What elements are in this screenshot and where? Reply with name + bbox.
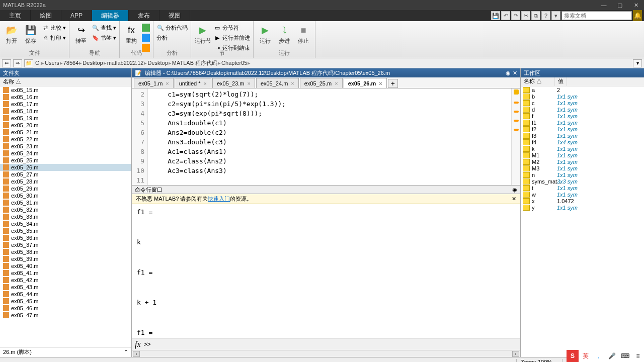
workspace-variable[interactable]: x1.0472	[521, 198, 644, 204]
file-item[interactable]: ex05_40.m	[0, 262, 131, 269]
run-section-button[interactable]: ▶运行节	[194, 22, 211, 45]
horizontal-scrollbar[interactable]: ‹ ›	[132, 350, 520, 357]
breadcrumb-segment[interactable]: Desktop	[147, 60, 168, 66]
editor-tab[interactable]: ex05_26.m×	[344, 78, 387, 88]
editor-restore-icon[interactable]: ◉	[506, 70, 511, 76]
workspace-variable[interactable]: t1x1 sym	[521, 185, 644, 191]
forward-button[interactable]: ⇒	[13, 59, 22, 67]
save-qa-icon[interactable]: 💾	[491, 11, 500, 20]
fx-icon[interactable]: fx	[135, 340, 141, 349]
compare-button[interactable]: ⇄比较 ▾	[41, 23, 66, 32]
workspace-variable[interactable]: k1x1 sym	[521, 145, 644, 152]
search-input[interactable]	[561, 11, 632, 20]
workspace-col-value[interactable]: 值	[555, 77, 567, 86]
quick-start-link[interactable]: 快速入门	[208, 196, 230, 202]
workspace-variable[interactable]: b1x1 sym	[521, 93, 644, 100]
file-item[interactable]: ex05_46.m	[0, 305, 131, 312]
file-item[interactable]: ex05_33.m	[0, 213, 131, 220]
tab-发布[interactable]: 发布	[129, 10, 159, 21]
file-item[interactable]: ex05_47.m	[0, 312, 131, 319]
section-break-button[interactable]: ▭分节符	[213, 23, 250, 32]
path-dropdown[interactable]: ▾	[633, 59, 642, 67]
file-item[interactable]: ex05_21.m	[0, 129, 131, 136]
workspace-col-name[interactable]: 名称 △	[521, 77, 555, 86]
file-item[interactable]: ex05_24.m	[0, 150, 131, 157]
step-button[interactable]: ⤵步进	[276, 22, 293, 45]
notification-bell-icon[interactable]: 🔔	[633, 10, 642, 21]
file-item[interactable]: ex05_18.m	[0, 108, 131, 115]
file-item[interactable]: ex05_38.m	[0, 248, 131, 255]
copy-qa-icon[interactable]: ⧉	[531, 11, 540, 20]
analyze-code-button[interactable]: 🔍分析代码	[156, 23, 188, 32]
status-zoom[interactable]: Zoom: 100%	[516, 359, 556, 363]
bookmark-button[interactable]: 🔖书签 ▾	[92, 33, 116, 42]
file-item[interactable]: ex05_37.m	[0, 241, 131, 248]
file-item[interactable]: ex05_20.m	[0, 122, 131, 129]
folder-name-header[interactable]: 名称 △	[0, 77, 131, 86]
file-item[interactable]: ex05_25.m	[0, 157, 131, 164]
analyze-button[interactable]: 分析	[156, 33, 188, 42]
tab-close-icon[interactable]: ×	[166, 80, 169, 86]
ime-logo-icon[interactable]: S	[567, 350, 579, 362]
refactor-button[interactable]: fx重构	[123, 22, 140, 45]
ime-keyboard-icon[interactable]: ⌨	[619, 350, 631, 362]
command-window-output[interactable]: f1 = k f1 = k + 1 f1 = k + 3^(1/2)	[132, 204, 520, 338]
workspace-variable[interactable]: f1x1 sym	[521, 113, 644, 119]
breadcrumb-segment[interactable]: Chapter05	[221, 60, 247, 66]
file-item[interactable]: ex05_15.m	[0, 86, 131, 94]
cut-qa-icon[interactable]: ✂	[521, 11, 530, 20]
workspace-variable[interactable]: a2	[521, 86, 644, 93]
warning-marker-icon[interactable]	[514, 111, 519, 113]
file-item[interactable]: ex05_34.m	[0, 220, 131, 227]
save-button[interactable]: 💾保存	[22, 22, 39, 45]
file-item[interactable]: ex05_23.m	[0, 143, 131, 150]
editor-tab[interactable]: ex05_1.m×	[134, 78, 174, 88]
workspace-variable[interactable]: f31x1 sym	[521, 132, 644, 139]
breadcrumb-segment[interactable]: 78564	[63, 60, 79, 66]
file-item[interactable]: ex05_30.m	[0, 192, 131, 199]
workspace-variable[interactable]: n1x1 sym	[521, 171, 644, 178]
ime-punct-icon[interactable]: ，	[593, 350, 605, 362]
undo-qa-icon[interactable]: ↶	[501, 11, 510, 20]
more-qa-icon[interactable]: ▾	[551, 11, 560, 20]
file-item[interactable]: ex05_39.m	[0, 255, 131, 262]
code-tool1[interactable]	[142, 23, 150, 32]
breadcrumb-segment[interactable]: Desktop	[83, 60, 103, 66]
workspace-variable[interactable]: M21x1 sym	[521, 158, 644, 165]
cmd-options-icon[interactable]: ◉	[512, 187, 517, 193]
editor-tab[interactable]: ex05_23.m×	[212, 78, 255, 88]
ime-lang-button[interactable]: 英	[580, 350, 592, 362]
breadcrumb-segment[interactable]: matlab2022.12	[107, 60, 144, 66]
close-icon[interactable]: ✕	[631, 2, 641, 9]
workspace-variable[interactable]: M31x1 sym	[521, 165, 644, 171]
preview-chevron-icon[interactable]: ⌃	[124, 349, 128, 355]
workspace-variable[interactable]: y1x1 sym	[521, 204, 644, 211]
tab-编辑器[interactable]: 编辑器	[92, 10, 129, 21]
tab-APP[interactable]: APP	[61, 10, 92, 21]
warning-marker-icon[interactable]	[514, 102, 519, 104]
stop-button[interactable]: ■停止	[295, 22, 312, 45]
warning-marker-icon[interactable]	[514, 89, 519, 95]
workspace-variable[interactable]: f11x1 sym	[521, 119, 644, 126]
file-item[interactable]: ex05_16.m	[0, 94, 131, 101]
ime-mic-icon[interactable]: 🎤	[606, 350, 618, 362]
find-button[interactable]: 🔍查找 ▾	[92, 23, 116, 32]
file-item[interactable]: ex05_44.m	[0, 291, 131, 298]
workspace-variable[interactable]: M11x1 sym	[521, 152, 644, 158]
tab-close-icon[interactable]: ×	[379, 80, 382, 86]
add-tab-button[interactable]: +	[388, 79, 398, 88]
tab-close-icon[interactable]: ×	[204, 80, 207, 86]
warning-marker-icon[interactable]	[514, 120, 519, 122]
breadcrumb-segment[interactable]: MATLAB 程序代码	[172, 60, 217, 66]
goto-button[interactable]: ↪转至	[72, 22, 90, 45]
workspace-variable[interactable]: d1x1 sym	[521, 106, 644, 113]
tab-绘图[interactable]: 绘图	[31, 10, 61, 21]
file-item[interactable]: ex05_26.m	[0, 164, 131, 171]
back-button[interactable]: ⇐	[2, 59, 11, 67]
file-item[interactable]: ex05_42.m	[0, 277, 131, 284]
file-item[interactable]: ex05_28.m	[0, 178, 131, 185]
workspace-variable[interactable]: c1x1 sym	[521, 100, 644, 106]
workspace-variable[interactable]: f41x4 sym	[521, 139, 644, 145]
workspace-variable[interactable]: w1x1 sym	[521, 191, 644, 198]
file-item[interactable]: ex05_22.m	[0, 136, 131, 143]
